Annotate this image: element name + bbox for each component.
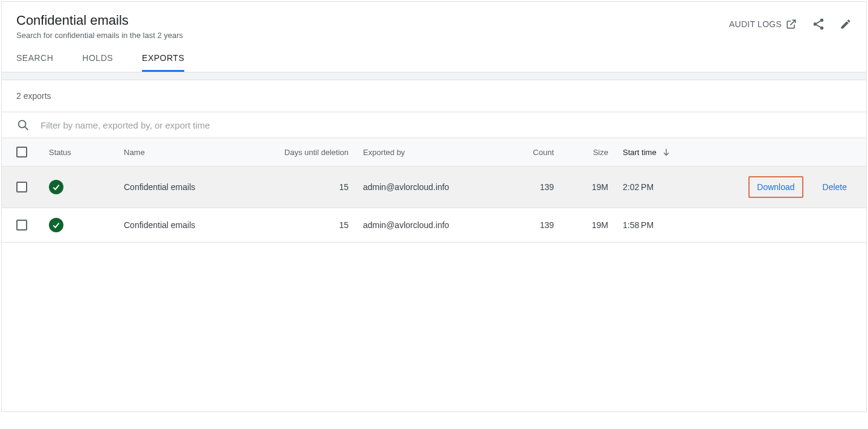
- col-header-name[interactable]: Name: [124, 148, 260, 157]
- tabs: SEARCH HOLDS EXPORTS: [2, 40, 866, 72]
- tab-exports[interactable]: EXPORTS: [142, 53, 184, 72]
- cell-name: Confidential emails: [124, 220, 260, 230]
- open-external-icon: [785, 18, 797, 30]
- row-checkbox[interactable]: [16, 182, 27, 192]
- status-complete-icon: [49, 180, 63, 194]
- status-complete-icon: [49, 218, 63, 232]
- cell-name: Confidential emails: [124, 182, 260, 192]
- exports-count: 2 exports: [2, 80, 866, 112]
- col-header-days[interactable]: Days until deletion: [260, 148, 363, 157]
- col-header-size[interactable]: Size: [568, 148, 623, 157]
- delete-button[interactable]: Delete: [818, 179, 852, 195]
- download-button[interactable]: Download: [748, 176, 803, 198]
- cell-exported-by: admin@avlorcloud.info: [363, 182, 508, 192]
- tab-holds[interactable]: HOLDS: [82, 53, 113, 72]
- divider: [2, 72, 866, 80]
- svg-point-0: [820, 19, 824, 22]
- col-header-exported-by[interactable]: Exported by: [363, 148, 508, 157]
- page-subtitle: Search for confidential emails in the la…: [16, 31, 729, 40]
- audit-logs-label: AUDIT LOGS: [729, 19, 782, 29]
- cell-size: 19M: [568, 182, 623, 192]
- cell-start-time: 1:58 PM: [623, 220, 701, 230]
- cell-size: 19M: [568, 220, 623, 230]
- edit-icon[interactable]: [840, 18, 852, 30]
- row-checkbox[interactable]: [16, 220, 27, 230]
- page-title: Confidential emails: [16, 13, 729, 28]
- svg-point-1: [814, 22, 817, 26]
- audit-logs-button[interactable]: AUDIT LOGS: [729, 18, 797, 30]
- cell-days: 15: [260, 182, 363, 192]
- select-all-checkbox[interactable]: [16, 147, 27, 157]
- cell-exported-by: admin@avlorcloud.info: [363, 220, 508, 230]
- cell-count: 139: [508, 220, 568, 230]
- search-icon: [16, 118, 30, 132]
- cell-count: 139: [508, 182, 568, 192]
- arrow-down-icon: [661, 147, 671, 157]
- col-header-start-time-label: Start time: [623, 148, 657, 157]
- table-row[interactable]: Confidential emails 15 admin@avlorcloud.…: [2, 208, 866, 243]
- cell-days: 15: [260, 220, 363, 230]
- filter-input[interactable]: [40, 120, 852, 130]
- svg-line-4: [25, 127, 28, 130]
- col-header-status[interactable]: Status: [49, 148, 124, 157]
- svg-point-2: [820, 27, 824, 30]
- tab-search[interactable]: SEARCH: [16, 53, 53, 72]
- col-header-count[interactable]: Count: [508, 148, 568, 157]
- svg-point-3: [19, 121, 26, 128]
- cell-start-time: 2:02 PM: [623, 182, 701, 192]
- col-header-start-time[interactable]: Start time: [623, 147, 701, 157]
- table-header: Status Name Days until deletion Exported…: [2, 138, 866, 167]
- share-icon[interactable]: [812, 17, 825, 31]
- table-row[interactable]: Confidential emails 15 admin@avlorcloud.…: [2, 167, 866, 208]
